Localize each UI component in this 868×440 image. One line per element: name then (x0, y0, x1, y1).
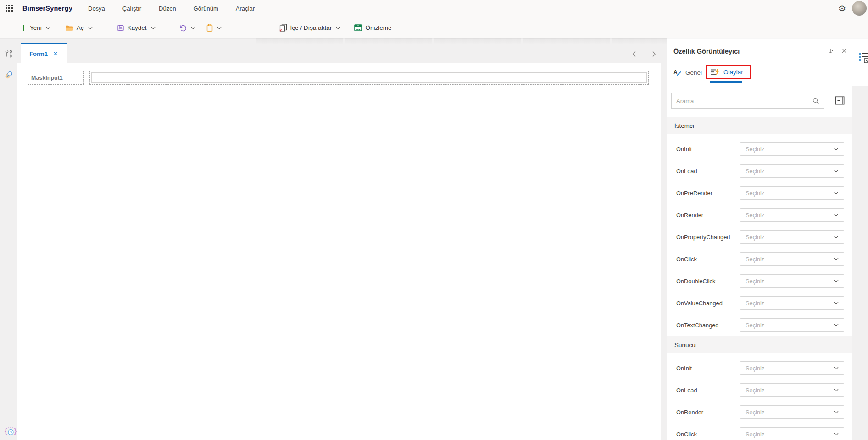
event-select-onclick[interactable]: Seçiniz (740, 427, 844, 440)
tab-scroll-left-icon[interactable] (632, 51, 636, 57)
open-label: Aç (77, 24, 84, 31)
new-label: Yeni (30, 24, 42, 31)
panel-sections: İstemciOnInitSeçinizOnLoadSeçinizOnPreRe… (667, 117, 852, 440)
open-button[interactable]: Aç (63, 20, 95, 36)
ghost-shadow (434, 38, 521, 44)
search-box[interactable] (671, 93, 824, 109)
code-help-icon[interactable]: { } ? (4, 425, 18, 436)
app-title: BimserSynergy (22, 5, 72, 12)
event-label: OnClick (667, 256, 738, 263)
preview-button[interactable]: Önizleme (352, 20, 393, 36)
event-label: OnLoad (667, 168, 738, 175)
event-label: OnInit (667, 146, 738, 153)
toolbar-divider (104, 22, 104, 34)
topbar-right: ⚙ (838, 1, 868, 16)
select-placeholder: Seçiniz (746, 234, 764, 241)
top-app-bar: BimserSynergy DosyaÇalıştırDüzenGörünümA… (0, 0, 868, 16)
event-select-onload[interactable]: Seçiniz (740, 383, 844, 397)
command-toolbar: Yeni Aç Kaydet (0, 16, 868, 38)
app-launcher-icon[interactable] (6, 5, 13, 12)
chevron-down-icon (151, 27, 156, 29)
chevron-down-icon (834, 411, 839, 414)
panel-search-row (667, 93, 852, 109)
event-select-ontextchanged[interactable]: Seçiniz (740, 318, 844, 332)
pin-icon[interactable] (826, 48, 834, 55)
chevron-down-icon (46, 27, 50, 29)
event-select-onrender[interactable]: Seçiniz (740, 405, 844, 419)
search-input[interactable] (672, 98, 812, 104)
select-placeholder: Seçiniz (746, 256, 764, 263)
event-label: OnValueChanged (667, 300, 738, 307)
maskinput-control-box[interactable] (89, 71, 649, 85)
plus-icon (20, 25, 27, 31)
paste-button[interactable] (205, 20, 223, 36)
event-label: OnTextChanged (667, 322, 738, 329)
collapse-all-icon[interactable] (835, 96, 846, 106)
close-icon[interactable] (841, 48, 847, 54)
save-button[interactable]: Kaydet (115, 20, 157, 36)
event-label: OnPreRender (667, 190, 738, 197)
maskinput-label-box[interactable]: MaskInput1 (28, 71, 84, 85)
collapse-section-icon[interactable] (839, 343, 845, 346)
event-select-onvaluechanged[interactable]: Seçiniz (740, 296, 844, 310)
event-row: OnLoadSeçiniz (667, 160, 852, 182)
undo-button[interactable] (177, 20, 197, 36)
event-select-oninit[interactable]: Seçiniz (740, 142, 844, 156)
event-row: OnRenderSeçiniz (667, 401, 852, 423)
section-header-1[interactable]: Sunucu (667, 336, 852, 353)
search-icon[interactable] (812, 98, 819, 104)
tab-close-icon[interactable] (53, 51, 58, 56)
chevron-down-icon (834, 389, 839, 392)
select-placeholder: Seçiniz (746, 146, 764, 153)
toolbox-icon[interactable] (5, 50, 13, 59)
chevron-down-icon (217, 27, 222, 29)
menu-item-3[interactable]: Görünüm (194, 5, 218, 12)
section-header-0[interactable]: İstemci (667, 117, 852, 134)
editor-area: Form1 MaskInput1 (17, 38, 667, 440)
event-row: OnClickSeçiniz (667, 248, 852, 270)
maskinput-field[interactable] (91, 72, 647, 83)
chevron-down-icon (834, 170, 839, 173)
event-row: OnPropertyChangedSeçiniz (667, 226, 852, 248)
menu-item-0[interactable]: Dosya (88, 5, 105, 12)
toolbar-divider (266, 22, 266, 34)
event-select-onrender[interactable]: Seçiniz (740, 208, 844, 222)
import-export-label: İçe / Dışa aktar (290, 24, 332, 31)
menu-item-4[interactable]: Araçlar (236, 5, 255, 12)
event-label: OnDoubleClick (667, 278, 738, 285)
event-row: OnPreRenderSeçiniz (667, 182, 852, 204)
preview-label: Önizleme (365, 24, 391, 31)
folder-open-icon (65, 25, 73, 31)
left-sidebar (0, 38, 17, 440)
import-export-button[interactable]: İçe / Dışa aktar (277, 20, 343, 36)
menu-item-1[interactable]: Çalıştır (122, 5, 141, 12)
collapse-section-icon[interactable] (839, 124, 845, 127)
event-select-ondoubleclick[interactable]: Seçiniz (740, 274, 844, 288)
event-select-onpropertychanged[interactable]: Seçiniz (740, 230, 844, 244)
event-select-oninit[interactable]: Seçiniz (740, 361, 844, 375)
genel-tab-icon: A (673, 69, 682, 77)
form-canvas[interactable]: MaskInput1 (17, 63, 661, 440)
event-select-onclick[interactable]: Seçiniz (740, 252, 844, 266)
chevron-down-icon (336, 27, 340, 29)
settings-gear-icon[interactable]: ⚙ (838, 4, 846, 13)
properties-list-icon[interactable] (859, 52, 868, 63)
svg-text:{: { (5, 427, 7, 434)
right-dock-strip (852, 38, 868, 440)
chevron-down-icon (88, 27, 93, 29)
tab-genel[interactable]: A Genel (673, 69, 702, 77)
select-placeholder: Seçiniz (746, 190, 764, 197)
select-placeholder: Seçiniz (746, 278, 764, 285)
chevron-down-icon (834, 433, 839, 436)
tab-scroll-right-icon[interactable] (652, 51, 656, 57)
inspector-icon[interactable] (5, 71, 13, 79)
new-button[interactable]: Yeni (18, 20, 52, 36)
event-label: OnClick (667, 431, 738, 438)
event-select-onload[interactable]: Seçiniz (740, 164, 844, 178)
chevron-down-icon (834, 280, 839, 283)
menu-item-2[interactable]: Düzen (159, 5, 176, 12)
avatar[interactable] (852, 1, 867, 16)
event-select-onprerender[interactable]: Seçiniz (740, 186, 844, 200)
form-tab[interactable]: Form1 (21, 43, 67, 63)
active-tab-indicator (710, 81, 742, 83)
